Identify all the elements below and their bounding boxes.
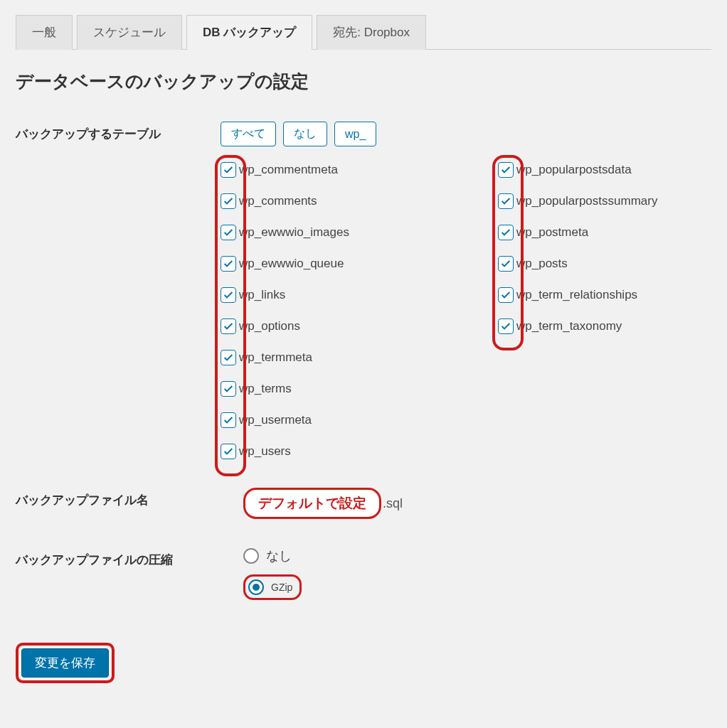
save-button[interactable]: 変更を保存 — [21, 648, 109, 678]
checkbox-wp-usermeta[interactable] — [221, 412, 236, 428]
table-label: wp_posts — [516, 257, 568, 271]
checkbox-wp-ewwwio-images[interactable] — [221, 225, 236, 240]
table-label: wp_users — [239, 444, 291, 459]
table-row: wp_options — [221, 318, 477, 334]
table-row: wp_ewwwio_queue — [221, 256, 477, 272]
tab-bar: 一般 スケジュール DB バックアップ 宛先: Dropbox — [16, 14, 711, 50]
table-label: wp_ewwwio_queue — [239, 257, 344, 271]
checkbox-wp-users[interactable] — [221, 444, 236, 459]
tab-schedule[interactable]: スケジュール — [77, 15, 182, 50]
table-row: wp_popularpostsdata — [498, 162, 711, 178]
table-label: wp_terms — [239, 382, 292, 396]
table-row: wp_postmeta — [498, 225, 711, 240]
checkbox-wp-links[interactable] — [221, 287, 236, 303]
checkbox-wp-posts[interactable] — [498, 256, 514, 272]
label-compression: バックアップファイルの圧縮 — [16, 547, 243, 568]
checkbox-wp-postmeta[interactable] — [498, 225, 514, 240]
radio-label-gzip: GZip — [271, 582, 292, 593]
table-label: wp_term_taxonomy — [516, 319, 622, 333]
section-title: データベースのバックアップの設定 — [16, 70, 711, 93]
table-label: wp_links — [239, 288, 285, 302]
checkbox-wp-terms[interactable] — [221, 381, 236, 397]
checkbox-wp-options[interactable] — [221, 318, 236, 334]
table-row: wp_popularpostssummary — [498, 193, 711, 209]
table-row: wp_users — [221, 444, 477, 459]
checkbox-wp-term-relationships[interactable] — [498, 287, 514, 303]
table-row: wp_term_taxonomy — [498, 318, 711, 334]
filter-wp-button[interactable]: wp_ — [334, 122, 376, 146]
checkbox-wp-popularpostsdata[interactable] — [498, 162, 514, 178]
filter-all-button[interactable]: すべて — [221, 122, 276, 146]
tab-db-backup[interactable]: DB バックアップ — [186, 15, 312, 50]
table-label: wp_term_relationships — [516, 288, 637, 302]
checkbox-wp-term-taxonomy[interactable] — [498, 318, 514, 334]
tab-destination-dropbox[interactable]: 宛先: Dropbox — [317, 15, 426, 50]
filename-annotation: デフォルトで設定 — [243, 488, 381, 519]
table-label: wp_usermeta — [239, 413, 312, 427]
checkbox-wp-popularpostssummary[interactable] — [498, 193, 514, 209]
table-label: wp_popularpostsdata — [516, 163, 632, 177]
table-label: wp_ewwwio_images — [239, 225, 349, 240]
table-label: wp_comments — [239, 194, 317, 208]
label-backup-tables: バックアップするテーブル — [16, 122, 221, 142]
checkbox-wp-ewwwio-queue[interactable] — [221, 256, 236, 272]
table-label: wp_termmeta — [239, 350, 312, 365]
table-label: wp_commentmeta — [239, 163, 338, 177]
label-backup-filename: バックアップファイル名 — [16, 488, 243, 508]
table-row: wp_comments — [221, 193, 477, 209]
table-row: wp_ewwwio_images — [221, 225, 477, 240]
table-row: wp_terms — [221, 381, 477, 397]
radio-compression-gzip[interactable] — [248, 579, 264, 595]
checkbox-wp-comments[interactable] — [221, 193, 236, 209]
radio-label-none: なし — [266, 547, 292, 564]
table-row: wp_links — [221, 287, 477, 303]
checkbox-wp-termmeta[interactable] — [221, 350, 236, 365]
table-label: wp_postmeta — [516, 225, 588, 240]
table-row: wp_usermeta — [221, 412, 477, 428]
tab-general[interactable]: 一般 — [16, 15, 73, 50]
radio-compression-none[interactable] — [243, 548, 259, 564]
filter-none-button[interactable]: なし — [283, 122, 327, 146]
filename-extension: .sql — [383, 496, 403, 511]
table-label: wp_popularpostssummary — [516, 194, 657, 208]
table-row: wp_term_relationships — [498, 287, 711, 303]
table-row: wp_commentmeta — [221, 162, 477, 178]
table-row: wp_termmeta — [221, 350, 477, 365]
table-label: wp_options — [239, 319, 300, 333]
checkbox-wp-commentmeta[interactable] — [221, 162, 236, 178]
table-row: wp_posts — [498, 256, 711, 272]
